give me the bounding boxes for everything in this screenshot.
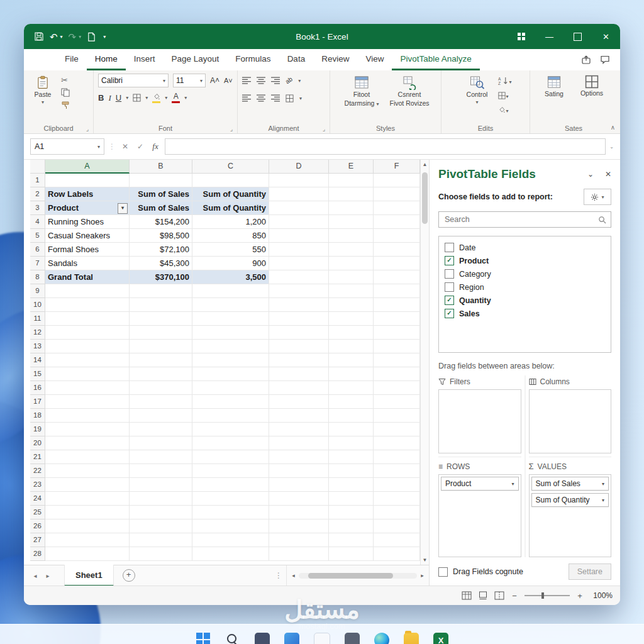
- grid-cell-b24[interactable]: [130, 492, 192, 506]
- grid-cell-a7[interactable]: Sandals: [45, 257, 130, 270]
- grid-cell-d13[interactable]: [269, 340, 329, 353]
- grid-cell-a2[interactable]: Row Labels: [45, 187, 130, 201]
- field-item-region[interactable]: Region: [445, 280, 605, 294]
- vertical-scroll-track[interactable]: [421, 169, 429, 555]
- scroll-right-icon[interactable]: ▸: [417, 572, 428, 579]
- grid-cell-b3[interactable]: Sum of Sales: [130, 201, 192, 215]
- grid-cell-b22[interactable]: [130, 464, 192, 478]
- rows-field-product[interactable]: Product▾: [441, 477, 519, 491]
- update-button[interactable]: Settare: [569, 564, 611, 580]
- row-header-1[interactable]: 1: [30, 174, 45, 187]
- grid-cell-c9[interactable]: [192, 284, 269, 298]
- grid-cell-c24[interactable]: [192, 492, 269, 506]
- grid-cell-e19[interactable]: [329, 423, 374, 436]
- excel-icon[interactable]: X: [433, 633, 448, 644]
- grid-cell-e8[interactable]: [329, 270, 374, 284]
- grid-cell-f10[interactable]: [374, 298, 420, 312]
- grid-cell-c17[interactable]: [192, 395, 269, 409]
- fill-down-button[interactable]: ▾: [498, 89, 511, 101]
- field-checkbox-category[interactable]: [445, 269, 454, 279]
- clear-button[interactable]: ▾: [498, 104, 511, 115]
- ribbon-display-options-icon[interactable]: [507, 24, 535, 49]
- customize-quick-access-icon[interactable]: ▾: [103, 34, 106, 40]
- row-header-11[interactable]: 11: [30, 312, 45, 326]
- grid-cell-c12[interactable]: [192, 326, 269, 340]
- grid-cell-b28[interactable]: [130, 547, 192, 561]
- grid-cell-d9[interactable]: [269, 284, 329, 298]
- filter-dropdown-icon[interactable]: ▾: [118, 203, 128, 214]
- grid-cell-e24[interactable]: [329, 492, 374, 506]
- dialog-launcher-icon[interactable]: ⌟: [323, 126, 325, 132]
- grid-cell-d23[interactable]: [269, 478, 329, 492]
- font-color-button[interactable]: A: [172, 92, 180, 103]
- share-icon[interactable]: [581, 55, 591, 65]
- grid-cell-f5[interactable]: [374, 229, 420, 243]
- row-header-8[interactable]: 8: [30, 270, 45, 284]
- chevron-down-icon[interactable]: ▾: [165, 95, 167, 101]
- field-item-quantity[interactable]: ✓Quantity: [445, 294, 605, 307]
- align-bottom-icon[interactable]: [271, 77, 280, 84]
- save-icon[interactable]: [34, 31, 44, 42]
- format-style-button[interactable]: Fitoot Dtarmsing ▾: [340, 74, 384, 108]
- add-sheet-button[interactable]: +: [123, 569, 135, 582]
- grid-cell-d2[interactable]: [269, 187, 329, 201]
- tab-data[interactable]: Data: [279, 49, 314, 70]
- grid-cell-c15[interactable]: [192, 367, 269, 381]
- name-box[interactable]: A1▾: [30, 138, 104, 155]
- row-header-6[interactable]: 6: [30, 243, 45, 257]
- enter-icon[interactable]: ✓: [135, 142, 146, 151]
- grid-cell-b17[interactable]: [130, 395, 192, 409]
- grid-cell-b1[interactable]: [130, 174, 192, 187]
- grid-cell-c5[interactable]: 850: [192, 229, 269, 243]
- grid-cell-c26[interactable]: [192, 519, 269, 533]
- borders-icon[interactable]: [133, 94, 141, 102]
- grid-cell-a16[interactable]: [45, 381, 130, 395]
- cut-icon[interactable]: ✂: [61, 76, 70, 84]
- copy-icon[interactable]: [61, 88, 70, 97]
- tab-file[interactable]: File: [57, 49, 87, 70]
- row-header-20[interactable]: 20: [30, 436, 45, 450]
- vertical-scrollbar[interactable]: ▲ ▼: [420, 160, 429, 565]
- grid-cell-f25[interactable]: [374, 506, 420, 519]
- row-header-16[interactable]: 16: [30, 381, 45, 395]
- grid-cell-b19[interactable]: [130, 423, 192, 436]
- rows-area-box[interactable]: Product▾: [438, 474, 521, 557]
- grid-cell-a27[interactable]: [45, 533, 130, 547]
- grid-cell-e9[interactable]: [329, 284, 374, 298]
- scroll-down-icon[interactable]: ▼: [421, 555, 429, 565]
- grid-cell-d4[interactable]: [269, 215, 329, 229]
- font-name-combo[interactable]: Calibri▾: [98, 74, 169, 87]
- grid-cell-c16[interactable]: [192, 381, 269, 395]
- increase-font-button[interactable]: A˄: [210, 77, 219, 84]
- grid-cell-d17[interactable]: [269, 395, 329, 409]
- grid-cell-a26[interactable]: [45, 519, 130, 533]
- zoom-in-button[interactable]: +: [576, 591, 584, 601]
- grid-cell-b10[interactable]: [130, 298, 192, 312]
- format-painter-icon[interactable]: [61, 101, 70, 109]
- grid-cell-c20[interactable]: [192, 436, 269, 450]
- redo-button[interactable]: ↷: [69, 32, 77, 42]
- grid-cell-a25[interactable]: [45, 506, 130, 519]
- row-header-7[interactable]: 7: [30, 257, 45, 270]
- grid-cell-f24[interactable]: [374, 492, 420, 506]
- field-search-box[interactable]: [438, 211, 611, 228]
- grid-cell-d12[interactable]: [269, 326, 329, 340]
- values-field-sum-of-quantity[interactable]: Sum of Quantity▾: [531, 493, 609, 507]
- grid-cell-e27[interactable]: [329, 533, 374, 547]
- field-item-product[interactable]: ✓Product: [445, 254, 605, 267]
- grid-cell-b21[interactable]: [130, 450, 192, 464]
- grid-cell-f17[interactable]: [374, 395, 420, 409]
- grid-cell-b23[interactable]: [130, 478, 192, 492]
- grid-cell-c18[interactable]: [192, 409, 269, 423]
- next-sheet-icon[interactable]: ▸: [42, 572, 54, 579]
- row-header-9[interactable]: 9: [30, 284, 45, 298]
- grid-cell-b5[interactable]: $98,500: [130, 229, 192, 243]
- grid-cell-b18[interactable]: [130, 409, 192, 423]
- row-header-26[interactable]: 26: [30, 519, 45, 533]
- grid-cell-c22[interactable]: [192, 464, 269, 478]
- new-document-icon[interactable]: [87, 32, 96, 42]
- chevron-down-icon[interactable]: ▾: [126, 95, 128, 101]
- grid-cell-f9[interactable]: [374, 284, 420, 298]
- control-button[interactable]: Control ▾: [459, 74, 494, 105]
- align-left-icon[interactable]: [242, 94, 251, 102]
